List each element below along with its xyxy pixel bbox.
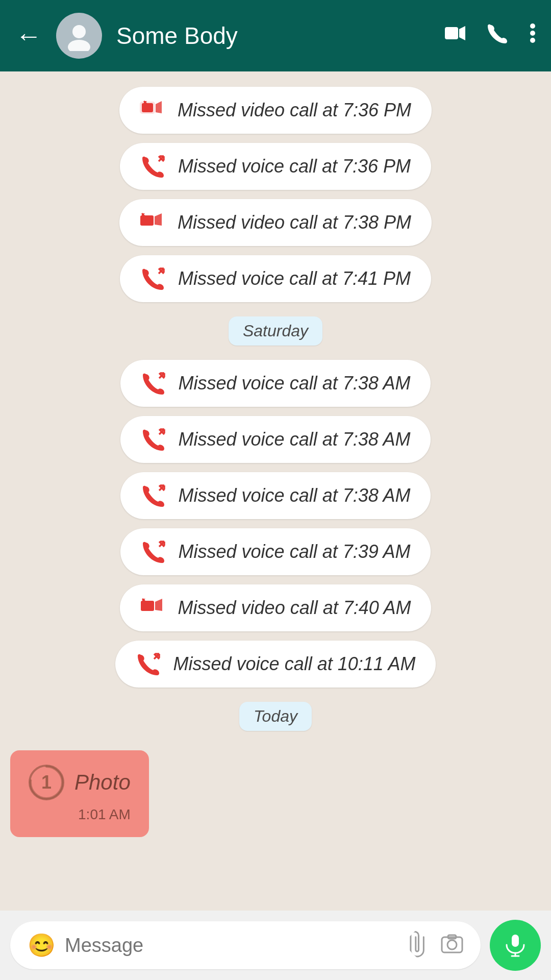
missed-voice-icon [140,153,167,180]
svg-point-6 [530,38,535,43]
more-options-icon[interactable] [530,22,536,50]
photo-timer-icon: 1 [29,765,64,800]
svg-rect-40 [141,601,154,611]
call-notification[interactable]: Missed voice call at 7:38 AM [10,416,541,463]
photo-message[interactable]: 1 Photo 1:01 AM [10,750,541,837]
call-notification[interactable]: Missed video call at 7:38 PM [10,199,541,246]
missed-voice-icon [140,265,167,292]
missed-voice-icon [141,370,167,397]
header-actions [444,22,536,50]
call-notification[interactable]: Missed voice call at 7:38 AM [10,360,541,407]
day-label: Saturday [229,316,322,346]
call-text: Missed voice call at 7:38 AM [179,429,411,450]
svg-rect-2 [445,27,458,39]
photo-bubble: 1 Photo 1:01 AM [10,750,149,837]
missed-video-icon [140,97,166,124]
back-button[interactable]: ← [15,20,42,51]
svg-marker-8 [156,101,162,113]
photo-time: 1:01 AM [29,806,131,823]
day-separator: Saturday [10,316,541,346]
phone-call-icon[interactable] [487,22,509,50]
call-text: Missed video call at 7:40 AM [178,597,411,619]
message-input[interactable] [65,935,400,957]
photo-label: Photo [74,770,131,795]
missed-voice-icon [141,482,167,509]
call-text: Missed video call at 7:38 PM [178,212,411,233]
svg-marker-3 [459,26,465,40]
call-text: Missed voice call at 7:38 AM [179,485,411,506]
missed-voice-icon [136,651,162,677]
svg-rect-52 [512,935,519,947]
call-notification[interactable]: Missed video call at 7:40 AM [10,584,541,631]
call-text: Missed voice call at 7:38 AM [179,373,411,394]
day-label: Today [239,702,312,731]
call-text: Missed voice call at 7:36 PM [178,156,411,177]
day-separator: Today [10,702,541,731]
call-notification[interactable]: Missed video call at 7:36 PM [10,87,541,134]
svg-point-1 [68,40,90,51]
svg-point-5 [530,31,535,36]
svg-point-0 [72,25,86,38]
call-notification[interactable]: Missed voice call at 7:41 PM [10,255,541,302]
emoji-button[interactable]: 😊 [28,932,56,959]
contact-name: Some Body [116,22,430,50]
message-input-bar: 😊 [0,911,551,980]
camera-button[interactable] [441,932,463,959]
chat-header: ← Some Body [0,0,551,71]
call-notification[interactable]: Missed voice call at 7:36 PM [10,143,541,190]
attach-button[interactable] [403,927,438,963]
call-text: Missed video call at 7:36 PM [178,100,411,121]
call-notification[interactable]: Missed voice call at 7:39 AM [10,528,541,575]
call-text: Missed voice call at 7:39 AM [179,541,411,562]
missed-video-icon [140,595,167,621]
svg-point-50 [447,940,457,949]
svg-point-48 [31,767,62,798]
call-text: Missed voice call at 7:41 PM [178,268,411,289]
message-input-box: 😊 [10,921,481,969]
svg-point-4 [530,23,535,29]
contact-avatar[interactable] [56,13,102,59]
missed-voice-icon [141,538,167,565]
call-notification[interactable]: Missed voice call at 7:38 AM [10,472,541,519]
svg-rect-16 [140,215,154,226]
chat-messages: Missed video call at 7:36 PM Missed voic… [0,71,551,911]
svg-marker-41 [155,599,162,611]
missed-voice-icon [141,426,167,453]
video-call-icon[interactable] [444,22,466,50]
svg-marker-17 [155,213,162,226]
missed-video-icon [140,209,166,236]
call-text: Missed voice call at 10:11 AM [173,653,416,675]
mic-button[interactable] [490,920,541,971]
call-notification[interactable]: Missed voice call at 10:11 AM [10,641,541,688]
